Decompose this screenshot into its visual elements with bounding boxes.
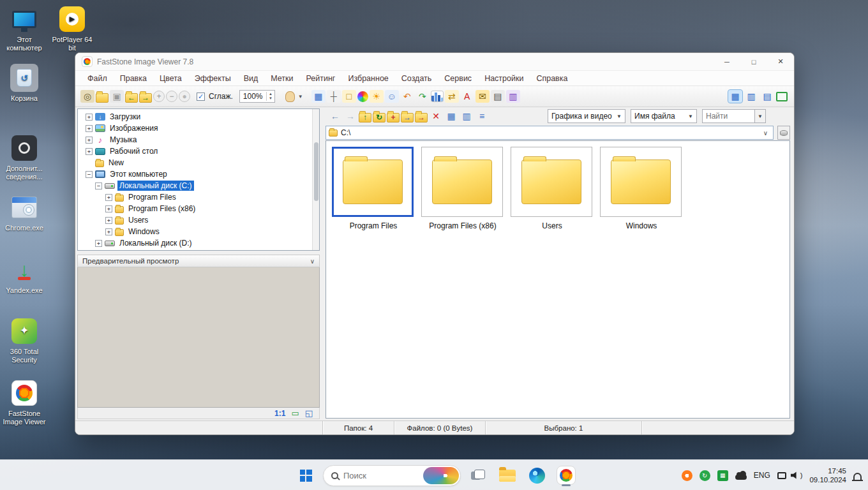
next-file-icon[interactable]: → [139, 93, 152, 103]
folder-thumbnail[interactable] [600, 147, 682, 217]
tray-security-icon[interactable]: ▦ [717, 470, 728, 481]
crop-icon[interactable]: ┼ [327, 90, 341, 103]
collapse-preview-icon[interactable]: ∨ [310, 258, 315, 265]
minimize-button[interactable]: ─ [714, 53, 740, 70]
tree-item-disk-d[interactable]: + Локальный диск (D:) [78, 237, 319, 249]
desktop-icon-additional-info[interactable]: Дополнит... сведения... [1, 134, 48, 181]
tray-cloud-icon[interactable] [735, 475, 747, 480]
actual-size-button[interactable]: 1:1 [274, 409, 285, 418]
view-details-icon[interactable]: ≡ [475, 110, 489, 122]
folder-thumbnail[interactable] [421, 147, 503, 217]
taskbar-search-input[interactable] [343, 471, 418, 480]
expand-icon[interactable]: + [105, 205, 112, 212]
file-item-users[interactable]: Users [511, 147, 594, 230]
smoothing-checkbox[interactable]: ✓ [197, 93, 205, 101]
language-indicator[interactable]: ENG [754, 471, 770, 480]
up-icon[interactable]: ↑ [359, 113, 371, 122]
address-dropdown-icon[interactable]: ∨ [761, 130, 770, 137]
tree-item-music[interactable]: + ♪ Музыка [78, 134, 319, 145]
zoom-in-icon[interactable]: + [153, 91, 165, 102]
menu-view[interactable]: Вид [238, 72, 264, 85]
menu-tags[interactable]: Метки [265, 72, 299, 85]
tree-item-windows[interactable]: + Windows [78, 226, 319, 237]
expand-icon[interactable]: + [86, 125, 93, 132]
fullscreen-icon[interactable] [776, 92, 788, 101]
print-icon[interactable]: ▤ [491, 90, 505, 103]
undo-icon[interactable]: ↶ [400, 90, 414, 103]
compare-icon[interactable]: ⇄ [445, 90, 459, 103]
fit-window-icon[interactable]: ▭ [291, 408, 299, 418]
file-item-windows[interactable]: Windows [600, 147, 683, 230]
back-icon[interactable]: ← [328, 110, 342, 122]
menu-help[interactable]: Справка [530, 72, 573, 85]
view-windowed-icon[interactable]: ▥ [744, 90, 758, 103]
refresh-icon[interactable]: ↻ [373, 113, 385, 122]
taskbar-search[interactable] [323, 465, 461, 486]
tree-item-desktop[interactable]: + Рабочий стол [78, 145, 319, 157]
menu-colors[interactable]: Цвета [154, 72, 188, 85]
system-tray-group[interactable]: ) [777, 471, 803, 479]
tree-item-this-pc[interactable]: − Этот компьютер [78, 168, 319, 180]
tree-item-new[interactable]: New [78, 157, 319, 168]
browse-icon[interactable]: ◎ [80, 90, 94, 103]
expand-icon[interactable]: + [86, 148, 93, 155]
adjust-lighting-icon[interactable]: ☀ [370, 90, 384, 103]
tree-item-program-files-x86[interactable]: + Program Files (x86) [78, 203, 319, 214]
menu-rating[interactable]: Рейтинг [301, 72, 341, 85]
tag-icon[interactable]: A [460, 90, 474, 103]
address-input[interactable] [341, 128, 758, 137]
desktop-icon-recycle-bin[interactable]: ↺ Корзина [1, 64, 48, 103]
colors-icon[interactable] [357, 91, 368, 102]
menu-effects[interactable]: Эффекты [189, 72, 237, 85]
tree-scrollbar[interactable] [312, 109, 319, 250]
redo-icon[interactable]: ↷ [415, 90, 430, 103]
menu-edit[interactable]: Правка [114, 72, 153, 85]
expand-icon[interactable]: + [86, 114, 93, 121]
delete-icon[interactable]: ✕ [429, 110, 443, 122]
search-input[interactable] [702, 109, 754, 123]
expand-icon[interactable]: + [95, 240, 102, 247]
histogram-icon[interactable] [431, 91, 444, 102]
open-folder-icon[interactable] [96, 93, 108, 103]
scan-icon[interactable]: ▥ [506, 90, 520, 103]
address-bar[interactable]: ∨ [326, 126, 774, 140]
zoom-combobox[interactable]: 100% ▲▼ [239, 90, 275, 103]
tree-item-disk-c[interactable]: − Локальный диск (C:) [78, 180, 319, 191]
start-button[interactable] [294, 464, 318, 487]
expand-icon[interactable]: + [105, 228, 112, 235]
zoom-actual-icon[interactable]: ● [179, 91, 190, 102]
menu-create[interactable]: Создать [396, 72, 438, 85]
close-button[interactable]: ✕ [767, 53, 794, 70]
file-explorer-button[interactable] [495, 464, 520, 487]
tree-item-pictures[interactable]: + Изображения [78, 122, 319, 134]
desktop-icon-this-pc[interactable]: Этот компьютер [1, 5, 48, 52]
email-icon[interactable]: ✉ [475, 90, 490, 103]
scrollbar-thumb[interactable] [314, 142, 318, 201]
zoom-out-icon[interactable]: − [166, 91, 177, 102]
expand-icon[interactable]: + [105, 194, 112, 201]
zoom-up-icon[interactable]: ▲ [267, 92, 274, 96]
zoom-down-icon[interactable]: ▼ [267, 96, 274, 101]
hand-tool-dropdown-icon[interactable]: ▼ [296, 94, 305, 100]
view-browser-icon[interactable]: ▦ [728, 90, 742, 103]
tree-item-program-files[interactable]: + Program Files [78, 191, 319, 203]
task-view-button[interactable] [466, 464, 490, 487]
new-folder-icon[interactable]: + [387, 113, 400, 122]
view-slideshow-icon[interactable]: ▤ [760, 90, 774, 103]
file-item-program-files[interactable]: Program Files [332, 147, 415, 230]
clock[interactable]: 17:45 09.10.2024 [809, 466, 846, 485]
view-list-icon[interactable]: ▥ [460, 110, 474, 122]
portrait-icon[interactable]: ☺ [385, 90, 399, 103]
resize-icon[interactable]: ▦ [311, 90, 326, 103]
search-dropdown-icon[interactable]: ▼ [754, 109, 766, 123]
desktop-icon-yandex[interactable]: ↓ Yandex.exe [1, 256, 48, 295]
canvas-icon[interactable]: □ [342, 90, 356, 103]
tree-item-users[interactable]: + Users [78, 214, 319, 226]
collapse-icon[interactable]: − [86, 171, 93, 178]
title-bar[interactable]: FastStone Image Viewer 7.8 ─ □ ✕ [75, 53, 794, 71]
menu-favorites[interactable]: Избранное [342, 72, 394, 85]
file-type-filter[interactable]: Графика и видео ▼ [548, 109, 625, 123]
expand-icon[interactable]: + [86, 137, 93, 144]
menu-file[interactable]: Файл [82, 72, 113, 85]
forward-icon[interactable]: → [343, 110, 357, 122]
